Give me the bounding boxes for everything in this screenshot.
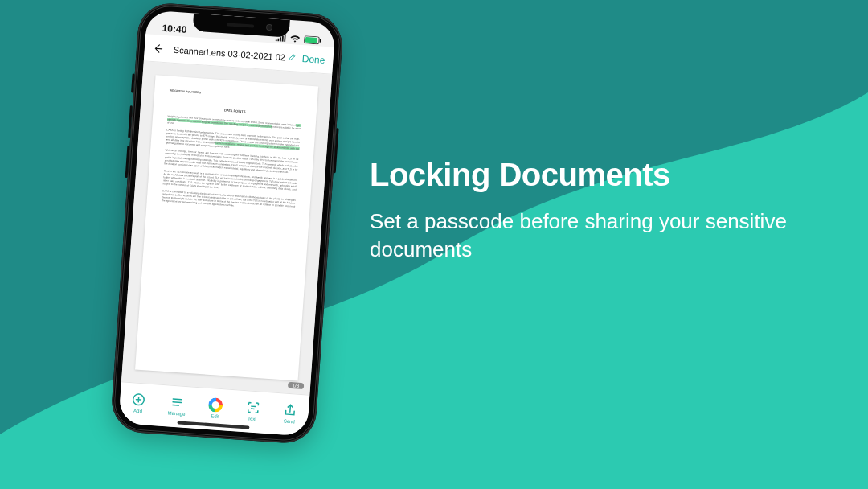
document-preview-area[interactable]: WEIGHTON POLYMERS DATA POINTS Weighton p… [121, 61, 332, 394]
tab-label: Edit [211, 413, 219, 419]
tab-text[interactable]: Text [245, 400, 261, 421]
feature-copy: Locking Documents Set a passcode before … [370, 157, 820, 264]
page-counter-badge: 1/3 [288, 382, 305, 389]
edit-pencil-icon [289, 52, 297, 63]
tab-edit[interactable]: Edit [207, 397, 223, 418]
tab-add[interactable]: Add [130, 392, 146, 413]
tab-label: Add [133, 408, 142, 413]
plus-circle-icon [131, 392, 146, 407]
phone-screen: 10:40 ScannerLen [118, 10, 335, 436]
tab-manage[interactable]: Manage [168, 394, 186, 416]
feature-title: Locking Documents [370, 157, 820, 193]
tab-send[interactable]: Send [282, 402, 298, 424]
svg-rect-2 [305, 37, 317, 43]
feature-subtitle: Set a passcode before sharing your sensi… [370, 208, 820, 264]
phone-mockup: 10:40 ScannerLen [110, 2, 345, 445]
tab-label: Manage [168, 410, 186, 416]
done-button[interactable]: Done [301, 53, 326, 66]
doc-header: WEIGHTON POLYMERS [170, 89, 303, 102]
status-time: 10:40 [162, 23, 187, 35]
back-button[interactable] [152, 43, 164, 55]
stack-icon [170, 394, 185, 409]
lock-icon [170, 44, 171, 54]
document-page: WEIGHTON POLYMERS DATA POINTS Weighton p… [135, 75, 317, 380]
document-title-text: ScannerLens 03-02-2021 02 [173, 44, 285, 62]
share-icon [282, 402, 297, 417]
svg-rect-3 [320, 39, 321, 42]
wifi-icon [289, 35, 301, 43]
color-ring-icon [208, 397, 223, 412]
tab-label: Send [284, 418, 295, 424]
scan-text-icon [245, 400, 260, 415]
tab-label: Text [248, 416, 256, 421]
battery-icon [304, 35, 322, 45]
document-title-area[interactable]: ScannerLens 03-02-2021 02 [170, 44, 297, 63]
